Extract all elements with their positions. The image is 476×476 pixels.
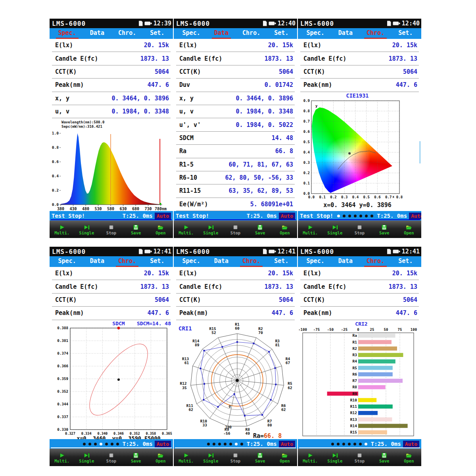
measured-point: [348, 152, 351, 154]
toolbar-button-label: Save: [379, 231, 389, 235]
svg-text:0.2: 0.2: [52, 188, 59, 192]
svg-text:530: 530: [94, 207, 102, 211]
toolbar-button-open[interactable]: Open: [399, 452, 419, 463]
toolbar-button-stop[interactable]: Stop: [101, 452, 121, 463]
table-row: E(lx)20. 15k: [52, 267, 171, 280]
tab-set[interactable]: Set.: [148, 28, 167, 39]
tab-spec[interactable]: Spec.: [56, 256, 79, 267]
device-title: LMS-6000: [176, 20, 210, 27]
toolbar-button-stop[interactable]: Stop: [225, 452, 246, 463]
auto-badge[interactable]: Auto: [403, 441, 419, 447]
toolbar-button-label: Single: [79, 231, 94, 235]
toolbar-button-label: Stop: [355, 231, 365, 235]
svg-text:0.0: 0.0: [308, 195, 315, 199]
tab-data[interactable]: Data: [336, 28, 355, 39]
tab-set[interactable]: Set.: [272, 256, 291, 267]
toolbar-button-save[interactable]: Save: [250, 224, 271, 235]
toolbar-button-single[interactable]: Single: [200, 224, 221, 235]
device-title: LMS-6000: [52, 20, 86, 27]
svg-text:-100: -100: [298, 328, 307, 332]
toolbar-button-single[interactable]: Single: [76, 452, 97, 463]
toolbar-button-open[interactable]: Open: [274, 452, 295, 463]
toolbar-button-multi[interactable]: Multi.: [300, 224, 321, 235]
tab-data[interactable]: Data: [88, 28, 107, 39]
toolbar-button-save[interactable]: Save: [250, 452, 271, 463]
svg-text:R12: R12: [180, 381, 187, 386]
svg-text:-25: -25: [341, 328, 347, 332]
toolbar-button-save[interactable]: Save: [374, 452, 395, 463]
row-value: 5064: [279, 68, 293, 75]
row-value: 20. 15k: [144, 42, 169, 49]
scrollbar[interactable]: [419, 141, 421, 163]
toolbar-button-stop[interactable]: Stop: [349, 452, 370, 463]
tab-spec[interactable]: Spec.: [56, 28, 79, 39]
toolbar-button-multi[interactable]: Multi.: [300, 452, 321, 463]
tab-data[interactable]: Data: [88, 256, 107, 267]
tab-chro[interactable]: Chro.: [116, 28, 138, 39]
toolbar-button-open[interactable]: Open: [150, 224, 171, 235]
tab-set[interactable]: Set.: [396, 28, 415, 39]
row-value: 5064: [155, 68, 169, 75]
svg-text:380: 380: [57, 207, 64, 211]
auto-badge[interactable]: Auto: [155, 213, 171, 219]
tab-set[interactable]: Set.: [148, 256, 167, 267]
tab-data[interactable]: Data: [336, 256, 355, 267]
toolbar-button-single[interactable]: Single: [324, 452, 345, 463]
cri-bar-r12: [358, 411, 378, 415]
toolbar-button-single[interactable]: Single: [200, 452, 221, 463]
svg-text:CRI1: CRI1: [178, 325, 192, 332]
play-icon: [58, 452, 66, 459]
svg-text:x: x: [392, 195, 394, 199]
battery-icon: [144, 250, 152, 253]
toolbar-button-stop[interactable]: Stop: [349, 224, 370, 235]
auto-badge[interactable]: Auto: [279, 441, 295, 447]
tab-data[interactable]: Data: [212, 28, 231, 39]
row-value: 0. 3464, 0. 3896: [112, 95, 169, 102]
toolbar-button-save[interactable]: Save: [126, 452, 146, 463]
auto-badge[interactable]: Auto: [409, 213, 421, 219]
tab-spec[interactable]: Spec.: [180, 28, 203, 39]
toolbar-button-save[interactable]: Save: [374, 224, 395, 235]
tab-data[interactable]: Data: [212, 256, 231, 267]
toolbar-button-label: Save: [379, 459, 389, 463]
tab-set[interactable]: Set.: [396, 256, 415, 267]
row-value: 0. 1984, 0. 3348: [236, 108, 294, 115]
tab-chro[interactable]: Chro.: [240, 256, 263, 267]
table-row: R11-1563, 35, 62, 89, 53: [176, 184, 295, 198]
table-row: u, v0. 1984, 0. 3348: [52, 105, 171, 118]
toolbar-button-single[interactable]: Single: [324, 224, 345, 235]
svg-text:70: 70: [258, 330, 263, 334]
toolbar-button-stop[interactable]: Stop: [225, 224, 246, 235]
table-row: E(lx)20. 15k: [52, 39, 171, 52]
row-value: 5. 68091e+01: [250, 201, 293, 208]
tab-bar: Spec. Data Chro. Set.: [50, 28, 173, 39]
tab-chro[interactable]: Chro.: [364, 28, 387, 39]
tab-set[interactable]: Set.: [272, 28, 291, 39]
tab-chro[interactable]: Chro.: [240, 28, 263, 39]
toolbar-button-label: Multi.: [54, 459, 69, 463]
toolbar-button-multi[interactable]: Multi.: [176, 224, 196, 235]
toolbar-button-save[interactable]: Save: [126, 224, 146, 235]
toolbar-button-multi[interactable]: Multi.: [52, 452, 72, 463]
toolbar-button-open[interactable]: Open: [274, 224, 295, 235]
toolbar-button-multi[interactable]: Multi.: [176, 452, 196, 463]
toolbar-button-single[interactable]: Single: [76, 224, 97, 235]
tab-chro[interactable]: Chro.: [116, 256, 138, 267]
row-label: x, y: [55, 95, 69, 102]
integration-time: T:25. 0ms: [371, 441, 401, 447]
toolbar-button-stop[interactable]: Stop: [101, 224, 121, 235]
page-dot: [359, 443, 362, 445]
tab-spec[interactable]: Spec.: [304, 28, 327, 39]
tab-spec[interactable]: Spec.: [180, 256, 203, 267]
toolbar-button-open[interactable]: Open: [399, 224, 419, 235]
auto-badge[interactable]: Auto: [279, 213, 295, 219]
tab-spec[interactable]: Spec.: [304, 256, 327, 267]
toolbar-button-open[interactable]: Open: [150, 452, 171, 463]
svg-text:-50: -50: [327, 328, 334, 332]
tab-chro[interactable]: Chro.: [364, 256, 387, 267]
toolbar-button-multi[interactable]: Multi.: [52, 224, 72, 235]
row-value: 1873. 13: [265, 283, 293, 290]
auto-badge[interactable]: Auto: [155, 441, 171, 447]
row-value: 62, 80, 50, -56, 33: [225, 174, 293, 181]
integration-time: T:25. 0ms: [247, 441, 277, 447]
